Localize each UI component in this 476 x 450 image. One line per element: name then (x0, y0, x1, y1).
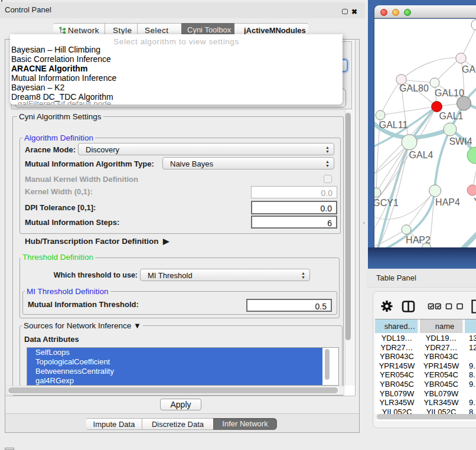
svg-text:Y: Y (474, 197, 476, 207)
svg-text:GAL7: GAL7 (462, 64, 476, 74)
svg-text:SWI4: SWI4 (449, 136, 472, 146)
svg-text:GAL80: GAL80 (399, 83, 429, 93)
svg-text:GAL4: GAL4 (409, 150, 433, 160)
svg-text:GAL1: GAL1 (439, 111, 464, 121)
svg-text:GCY1: GCY1 (374, 198, 399, 208)
svg-text:GAL11: GAL11 (379, 120, 408, 130)
svg-text:GAL10: GAL10 (435, 88, 464, 98)
svg-text:HAP2: HAP2 (406, 235, 431, 245)
svg-text:HAP4: HAP4 (435, 197, 460, 207)
